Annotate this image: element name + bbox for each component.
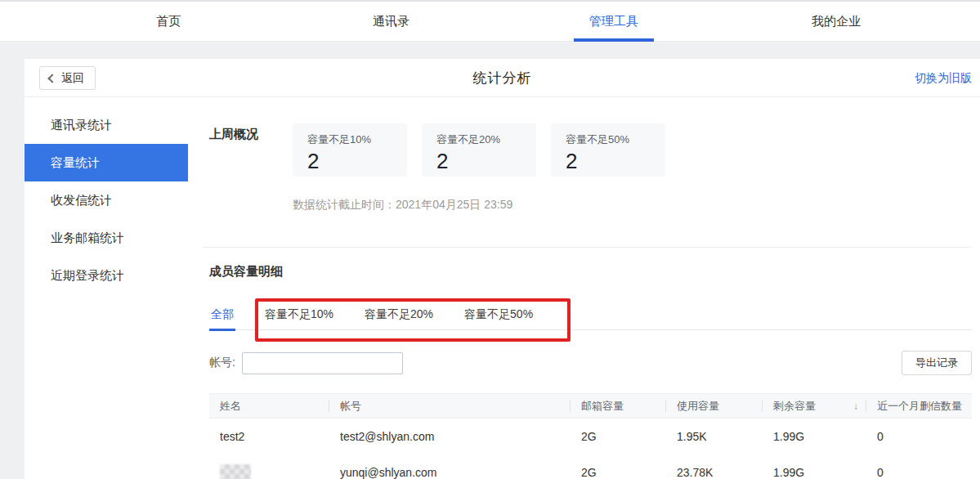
capacity-filter-tabs: 全部 容量不足10% 容量不足20% 容量不足50%	[209, 299, 972, 330]
table-row: test2 test2@shlyan.com 2G 1.95K 1.99G 0	[209, 419, 972, 454]
back-button-label: 返回	[61, 71, 84, 86]
stat-card-label: 容量不足20%	[436, 132, 536, 147]
column-header-mailbox-capacity: 邮箱容量	[571, 394, 666, 418]
blurred-name-block	[220, 464, 251, 479]
chevron-left-icon	[47, 74, 56, 83]
sidebar-item-recent-login-stats[interactable]: 近期登录统计	[25, 257, 188, 294]
account-label: 帐号:	[209, 356, 235, 370]
panel-body: 通讯录统计 容量统计 收发信统计 业务邮箱统计 近期登录统计 上周概况 容量不足…	[25, 97, 980, 479]
column-header-deleted-last-month: 近一个月删信数量	[866, 394, 972, 418]
column-header-name: 姓名	[209, 394, 329, 418]
column-header-account: 帐号	[329, 394, 571, 418]
stat-card-label: 容量不足50%	[566, 132, 665, 147]
cell-name-blurred	[209, 464, 329, 479]
export-records-button[interactable]: 导出记录	[902, 351, 972, 375]
stats-deadline-text: 数据统计截止时间：2021年04月25日 23:59	[293, 198, 972, 213]
nav-item-my-enterprise[interactable]: 我的企业	[725, 2, 947, 41]
detail-section-title: 成员容量明细	[209, 264, 972, 280]
account-search-input[interactable]	[242, 352, 403, 374]
back-button[interactable]: 返回	[39, 66, 96, 90]
member-capacity-table: 姓名 帐号 邮箱容量 使用容量 剩余容量 ↓ 近一个月删信数量 test2 te…	[209, 393, 972, 479]
sidebar: 通讯录统计 容量统计 收发信统计 业务邮箱统计 近期登录统计	[25, 97, 188, 479]
cell-remaining-capacity: 1.99G	[763, 466, 866, 479]
stat-card-label: 容量不足10%	[307, 132, 407, 147]
cell-name: test2	[209, 430, 329, 443]
table-header-row: 姓名 帐号 邮箱容量 使用容量 剩余容量 ↓ 近一个月删信数量	[209, 393, 972, 419]
account-filter-row: 帐号: 导出记录	[209, 351, 972, 375]
nav-item-contacts[interactable]: 通讯录	[280, 2, 502, 41]
tab-under-20[interactable]: 容量不足20%	[363, 299, 435, 329]
stat-card-under-50: 容量不足50% 2	[551, 123, 665, 177]
nav-item-admin-tools[interactable]: 管理工具	[503, 2, 725, 41]
stat-card-value: 2	[566, 150, 665, 173]
table-row: yunqi@shlyan.com 2G 23.78K 1.99G 0	[209, 454, 972, 479]
cell-used-capacity: 23.78K	[666, 466, 763, 479]
switch-to-old-version-link[interactable]: 切换为旧版	[915, 59, 972, 96]
panel-header: 返回 统计分析 切换为旧版	[25, 59, 980, 97]
stat-card-value: 2	[436, 150, 536, 173]
main-content: 上周概况 容量不足10% 2 容量不足20% 2 容量不足50% 2	[188, 97, 980, 479]
stat-card-value: 2	[307, 150, 407, 173]
cell-mailbox-capacity: 2G	[571, 466, 666, 479]
top-nav: 首页 通讯录 管理工具 我的企业	[0, 0, 980, 42]
cell-deleted-last-month: 0	[866, 430, 972, 443]
sidebar-item-capacity-stats[interactable]: 容量统计	[25, 144, 188, 181]
sort-descending-icon[interactable]: ↓	[853, 401, 858, 412]
cell-account: test2@shlyan.com	[329, 430, 571, 443]
cell-remaining-capacity: 1.99G	[763, 430, 866, 443]
column-header-remaining-capacity: 剩余容量 ↓	[763, 394, 866, 418]
cell-deleted-last-month: 0	[866, 466, 972, 479]
section-divider	[203, 247, 972, 248]
stat-cards: 容量不足10% 2 容量不足20% 2 容量不足50% 2	[293, 123, 665, 177]
tab-all[interactable]: 全部	[209, 299, 235, 329]
page-title: 统计分析	[473, 69, 532, 87]
cell-used-capacity: 1.95K	[666, 430, 763, 443]
sidebar-item-contacts-stats[interactable]: 通讯录统计	[25, 106, 188, 144]
tab-under-10[interactable]: 容量不足10%	[263, 299, 335, 329]
stat-card-under-20: 容量不足20% 2	[422, 123, 536, 177]
cell-mailbox-capacity: 2G	[571, 430, 666, 443]
column-header-used-capacity: 使用容量	[666, 394, 763, 418]
tab-under-50[interactable]: 容量不足50%	[463, 299, 535, 329]
sidebar-item-send-receive-stats[interactable]: 收发信统计	[25, 181, 188, 219]
nav-item-home[interactable]: 首页	[57, 2, 280, 41]
overview-section-title: 上周概况	[209, 123, 293, 177]
last-week-overview-section: 上周概况 容量不足10% 2 容量不足20% 2 容量不足50% 2	[209, 97, 972, 177]
cell-account: yunqi@shlyan.com	[329, 466, 571, 479]
sidebar-item-business-mailbox-stats[interactable]: 业务邮箱统计	[25, 219, 188, 257]
column-header-remaining-label: 剩余容量	[773, 399, 816, 414]
content-panel: 返回 统计分析 切换为旧版 通讯录统计 容量统计 收发信统计 业务邮箱统计 近期…	[25, 59, 980, 479]
stat-card-under-10: 容量不足10% 2	[293, 123, 407, 177]
